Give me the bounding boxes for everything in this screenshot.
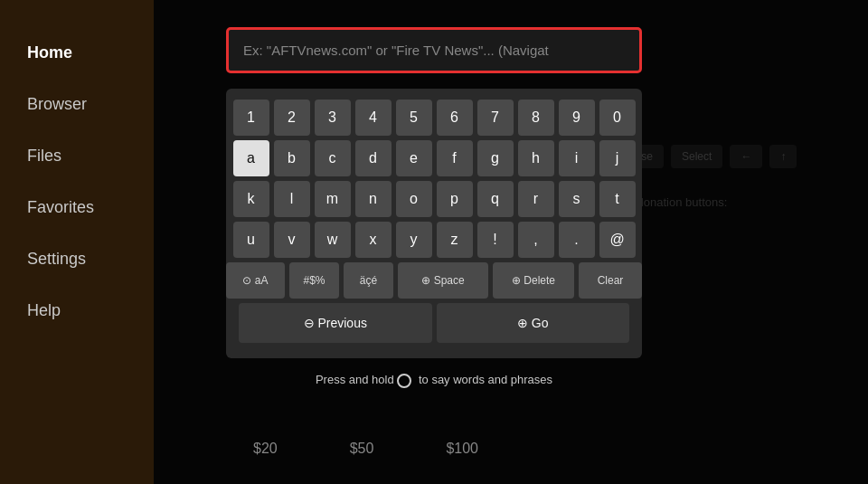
sidebar-item-favorites[interactable]: Favorites [0, 182, 154, 233]
number-row: 1 2 3 4 5 6 7 8 9 0 [239, 100, 629, 136]
key-q[interactable]: q [477, 181, 514, 217]
sidebar-label-settings: Settings [27, 250, 86, 268]
key-l[interactable]: l [274, 181, 310, 217]
key-3[interactable]: 3 [315, 100, 351, 136]
key-i[interactable]: i [559, 140, 595, 176]
previous-button[interactable]: ⊖ Previous [239, 303, 432, 343]
keyboard-container: 1 2 3 4 5 6 7 8 9 0 a b c d e f g h [226, 89, 642, 358]
key-e[interactable]: e [396, 140, 432, 176]
key-a[interactable]: a [233, 140, 269, 176]
key-7[interactable]: 7 [477, 100, 514, 136]
sidebar-item-settings[interactable]: Settings [0, 233, 154, 285]
letter-row-3: u v w x y z ! , . @ [239, 222, 629, 258]
key-u[interactable]: u [233, 222, 269, 258]
voice-hint-text: Press and hold to say words and phrases [316, 373, 552, 386]
key-1[interactable]: 1 [233, 100, 269, 136]
sidebar-item-help[interactable]: Help [0, 285, 154, 337]
nav-row: ⊖ Previous ⊕ Go [239, 303, 629, 343]
bottom-donation-area: $20 $50 $100 [253, 441, 478, 457]
letter-row-1: a b c d e f g h i j [239, 140, 629, 176]
go-button[interactable]: ⊕ Go [437, 303, 630, 343]
key-symbols[interactable]: #$% [289, 262, 339, 299]
sidebar: Home Browser Files Favorites Settings He… [0, 0, 154, 484]
key-w[interactable]: w [315, 222, 351, 258]
key-caps[interactable]: ⊙ aA [226, 262, 285, 299]
sidebar-label-favorites: Favorites [27, 198, 94, 216]
key-z[interactable]: z [437, 222, 473, 258]
key-clear[interactable]: Clear [579, 262, 642, 299]
key-9[interactable]: 9 [559, 100, 595, 136]
mic-icon [397, 374, 411, 388]
sidebar-label-home: Home [27, 43, 72, 62]
key-comma[interactable]: , [518, 222, 554, 258]
key-delete[interactable]: ⊕ Delete [493, 262, 574, 299]
key-p[interactable]: p [437, 181, 473, 217]
key-o[interactable]: o [396, 181, 432, 217]
key-h[interactable]: h [518, 140, 554, 176]
key-8[interactable]: 8 [518, 100, 554, 136]
key-accents[interactable]: äçé [344, 262, 393, 299]
key-t[interactable]: t [599, 181, 636, 217]
sidebar-label-help: Help [27, 301, 61, 319]
key-x[interactable]: x [355, 222, 392, 258]
main-area: Browse Select ← ↑ ase donation buttons: … [154, 0, 868, 484]
key-c[interactable]: c [315, 140, 351, 176]
key-y[interactable]: y [396, 222, 432, 258]
amount-50: $50 [350, 441, 374, 457]
key-6[interactable]: 6 [437, 100, 473, 136]
key-k[interactable]: k [233, 181, 269, 217]
key-exclaim[interactable]: ! [477, 222, 514, 258]
key-4[interactable]: 4 [355, 100, 392, 136]
key-space[interactable]: ⊕ Space [398, 262, 488, 299]
special-row: ⊙ aA #$% äçé ⊕ Space ⊕ Delete Clear [239, 262, 629, 299]
key-d[interactable]: d [355, 140, 392, 176]
key-period[interactable]: . [559, 222, 595, 258]
key-g[interactable]: g [477, 140, 514, 176]
key-0[interactable]: 0 [599, 100, 636, 136]
key-m[interactable]: m [315, 181, 351, 217]
key-r[interactable]: r [518, 181, 554, 217]
sidebar-label-files: Files [27, 147, 61, 165]
sidebar-item-browser[interactable]: Browser [0, 79, 154, 130]
key-at[interactable]: @ [599, 222, 636, 258]
key-s[interactable]: s [559, 181, 595, 217]
letter-row-2: k l m n o p q r s t [239, 181, 629, 217]
sidebar-item-files[interactable]: Files [0, 130, 154, 182]
key-v[interactable]: v [274, 222, 310, 258]
key-2[interactable]: 2 [274, 100, 310, 136]
sidebar-label-browser: Browser [27, 95, 87, 113]
key-f[interactable]: f [437, 140, 473, 176]
search-placeholder: Ex: "AFTVnews.com" or "Fire TV News"... … [243, 43, 549, 58]
keyboard-overlay: Ex: "AFTVnews.com" or "Fire TV News"... … [154, 0, 868, 484]
key-5[interactable]: 5 [396, 100, 432, 136]
voice-hint: Press and hold to say words and phrases [226, 367, 642, 394]
search-input[interactable]: Ex: "AFTVnews.com" or "Fire TV News"... … [226, 27, 642, 73]
sidebar-item-home[interactable]: Home [0, 27, 154, 79]
key-n[interactable]: n [355, 181, 392, 217]
key-b[interactable]: b [274, 140, 310, 176]
key-j[interactable]: j [599, 140, 636, 176]
amount-100: $100 [446, 441, 478, 457]
amount-20: $20 [253, 441, 278, 457]
